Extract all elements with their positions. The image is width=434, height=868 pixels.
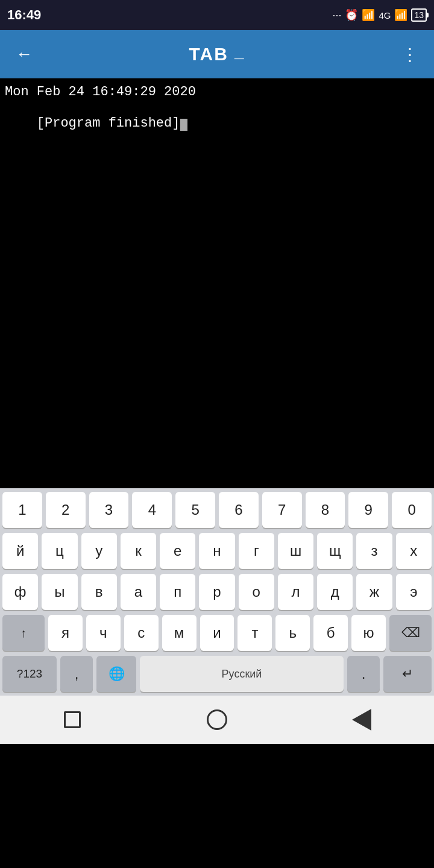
key-а[interactable]: а xyxy=(121,574,156,610)
globe-key[interactable]: 🌐 xyxy=(96,656,136,692)
signal-bar-icon: 📶 xyxy=(362,8,375,22)
key-л[interactable]: л xyxy=(278,574,313,610)
keyboard: 1 2 3 4 5 6 7 8 9 0 й ц у к е н г ш щ з … xyxy=(0,488,434,696)
key-м[interactable]: м xyxy=(162,615,197,651)
app-bar: ← TAB _ ⋮ xyxy=(0,30,434,78)
key-4[interactable]: 4 xyxy=(132,492,172,528)
key-н[interactable]: н xyxy=(199,533,234,569)
key-ф[interactable]: ф xyxy=(2,574,38,610)
special-key[interactable]: ?123 xyxy=(2,656,57,692)
key-ч[interactable]: ч xyxy=(86,615,121,651)
key-ш[interactable]: ш xyxy=(278,533,313,569)
key-е[interactable]: е xyxy=(160,533,195,569)
key-х[interactable]: х xyxy=(396,533,432,569)
shift-key[interactable]: ↑ xyxy=(2,615,45,651)
key-п[interactable]: п xyxy=(160,574,195,610)
status-bar: 16:49 ··· ⏰ 📶 4G 📶 13 xyxy=(0,0,434,30)
enter-key[interactable]: ↵ xyxy=(383,656,432,692)
clock-display: 16:49 xyxy=(7,7,41,23)
alarm-icon: ⏰ xyxy=(345,8,358,22)
key-1[interactable]: 1 xyxy=(2,492,42,528)
key-0[interactable]: 0 xyxy=(392,492,432,528)
signal-dots-icon: ··· xyxy=(332,9,341,22)
terminal-line-1: Mon Feb 24 16:49:29 2020 xyxy=(5,84,429,99)
menu-button[interactable]: ⋮ xyxy=(398,42,422,66)
key-8[interactable]: 8 xyxy=(306,492,345,528)
status-time: 16:49 xyxy=(7,7,41,23)
minimize-button[interactable]: _ xyxy=(234,42,245,61)
key-р[interactable]: р xyxy=(199,574,234,610)
keyboard-row-2: ф ы в а п р о л д ж э xyxy=(2,574,432,610)
home-button[interactable] xyxy=(199,702,235,738)
key-к[interactable]: к xyxy=(121,533,156,569)
key-3[interactable]: 3 xyxy=(89,492,129,528)
key-ж[interactable]: ж xyxy=(356,574,392,610)
dot-key[interactable]: . xyxy=(347,656,380,692)
keyboard-row-3: ↑ я ч с м и т ь б ю ⌫ xyxy=(2,615,432,651)
back-button[interactable]: ← xyxy=(12,42,36,66)
key-6[interactable]: 6 xyxy=(219,492,259,528)
nav-bar xyxy=(0,696,434,744)
key-й[interactable]: й xyxy=(2,533,38,569)
key-о[interactable]: о xyxy=(239,574,274,610)
key-т[interactable]: т xyxy=(237,615,272,651)
key-с[interactable]: с xyxy=(124,615,159,651)
space-key[interactable]: Русский xyxy=(140,656,344,692)
key-ю[interactable]: ю xyxy=(351,615,386,651)
key-г[interactable]: г xyxy=(239,533,274,569)
status-icons: ··· ⏰ 📶 4G 📶 13 xyxy=(332,8,427,22)
signal-bar2-icon: 📶 xyxy=(394,8,407,22)
battery-icon: 13 xyxy=(411,8,427,22)
recent-apps-button[interactable] xyxy=(54,702,90,738)
key-д[interactable]: д xyxy=(317,574,353,610)
key-б[interactable]: б xyxy=(313,615,348,651)
key-в[interactable]: в xyxy=(81,574,117,610)
back-nav-button[interactable] xyxy=(344,702,380,738)
circle-icon xyxy=(207,709,227,730)
key-э[interactable]: э xyxy=(396,574,432,610)
terminal-line-2: [Program finished] xyxy=(5,101,429,146)
key-5[interactable]: 5 xyxy=(175,492,215,528)
comma-key[interactable]: , xyxy=(60,656,93,692)
key-у[interactable]: у xyxy=(81,533,117,569)
keyboard-num-row: 1 2 3 4 5 6 7 8 9 0 xyxy=(2,492,432,528)
terminal-cursor xyxy=(180,119,187,131)
key-я[interactable]: я xyxy=(48,615,83,651)
keyboard-bottom-row: ?123 , 🌐 Русский . ↵ xyxy=(2,656,432,692)
terminal-area[interactable]: Mon Feb 24 16:49:29 2020 [Program finish… xyxy=(0,78,434,488)
key-9[interactable]: 9 xyxy=(348,492,388,528)
key-2[interactable]: 2 xyxy=(46,492,86,528)
app-title: TAB _ xyxy=(189,44,245,64)
key-щ[interactable]: щ xyxy=(317,533,353,569)
key-з[interactable]: з xyxy=(356,533,392,569)
key-ц[interactable]: ц xyxy=(42,533,77,569)
keyboard-row-1: й ц у к е н г ш щ з х xyxy=(2,533,432,569)
key-ы[interactable]: ы xyxy=(42,574,77,610)
key-7[interactable]: 7 xyxy=(262,492,302,528)
triangle-icon xyxy=(352,709,371,731)
key-и[interactable]: и xyxy=(200,615,234,651)
signal-4g-icon: 4G xyxy=(379,10,391,20)
key-ь[interactable]: ь xyxy=(275,615,310,651)
square-icon xyxy=(64,711,81,728)
backspace-key[interactable]: ⌫ xyxy=(389,615,432,651)
